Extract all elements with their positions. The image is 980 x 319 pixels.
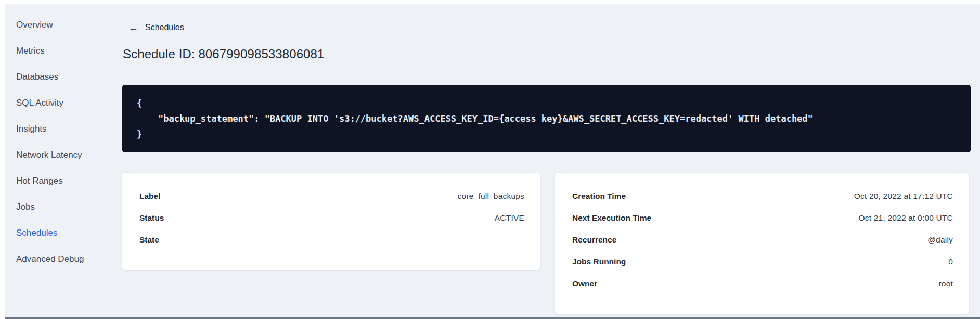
row-value: Oct 21, 2022 at 0:00 UTC — [859, 213, 953, 223]
sidebar-item[interactable]: Network Latency — [16, 142, 107, 168]
status-card: Label core_full_backups Status ACTIVE St… — [122, 173, 540, 270]
row-label: Recurrence — [572, 235, 616, 245]
sidebar-item-label: Jobs — [16, 202, 35, 212]
sidebar-nav: Overview Metrics Databases SQL Activity … — [16, 12, 107, 272]
sidebar-item[interactable]: Advanced Debug — [16, 246, 107, 272]
sidebar-item-label: Insights — [16, 124, 47, 134]
sidebar-item[interactable]: Schedules — [16, 220, 107, 246]
row-value: 0 — [948, 257, 953, 266]
row-value: Oct 20, 2022 at 17:12 UTC — [854, 192, 953, 201]
back-link[interactable]: ← Schedules — [128, 21, 184, 34]
page-title: Schedule ID: 806799098533806081 — [123, 47, 324, 61]
row-value: ACTIVE — [495, 213, 524, 223]
status-card-row: Label core_full_backups — [139, 185, 524, 207]
sidebar-item-label: Hot Ranges — [16, 176, 63, 186]
window-edge-top — [0, 0, 980, 4]
row-value: root — [938, 279, 953, 288]
sidebar-item[interactable]: SQL Activity — [16, 90, 107, 116]
row-label: Jobs Running — [572, 257, 626, 266]
status-card-row: State — [139, 229, 524, 251]
sidebar-item-label: Advanced Debug — [16, 254, 84, 264]
sidebar-item[interactable]: Overview — [16, 12, 107, 38]
sidebar-item[interactable]: Databases — [16, 64, 107, 90]
window-edge-left — [0, 0, 5, 319]
row-label: Creation Time — [572, 192, 626, 201]
schedule-details-card: Creation Time Oct 20, 2022 at 17:12 UTC … — [555, 173, 969, 314]
sidebar-item-label: Network Latency — [16, 150, 82, 160]
sidebar-item[interactable]: Jobs — [16, 194, 107, 220]
sidebar-item[interactable]: Hot Ranges — [16, 168, 107, 194]
schedule-definition-code: { "backup_statement": "BACKUP INTO 's3:/… — [137, 95, 956, 142]
sidebar-item-label: Metrics — [16, 46, 45, 56]
row-label: State — [139, 235, 159, 245]
schedule-card-row: Owner root — [572, 273, 953, 295]
sidebar-item[interactable]: Metrics — [16, 38, 107, 64]
schedule-card-row: Creation Time Oct 20, 2022 at 17:12 UTC — [572, 185, 953, 207]
row-label: Owner — [572, 279, 597, 288]
sidebar-item-label: Databases — [16, 72, 58, 82]
row-label: Status — [139, 213, 164, 223]
back-link-label: Schedules — [145, 23, 184, 32]
bottom-cutoff-strip — [0, 317, 980, 319]
sidebar-item-label: SQL Activity — [16, 98, 63, 108]
schedule-definition-code-block: { "backup_statement": "BACKUP INTO 's3:/… — [122, 85, 971, 152]
row-value: @daily — [927, 235, 953, 245]
sidebar-item-label: Overview — [16, 20, 53, 30]
status-card-row: Status ACTIVE — [139, 207, 524, 229]
schedule-card-row: Recurrence @daily — [572, 229, 953, 251]
row-label: Next Execution Time — [572, 213, 651, 223]
row-label: Label — [139, 192, 160, 201]
sidebar-item[interactable]: Insights — [16, 116, 107, 142]
back-arrow-icon: ← — [128, 23, 138, 33]
schedule-card-row: Jobs Running 0 — [572, 251, 953, 273]
sidebar-item-label: Schedules — [16, 228, 57, 238]
row-value: core_full_backups — [458, 192, 524, 201]
schedule-card-row: Next Execution Time Oct 21, 2022 at 0:00… — [572, 207, 953, 229]
